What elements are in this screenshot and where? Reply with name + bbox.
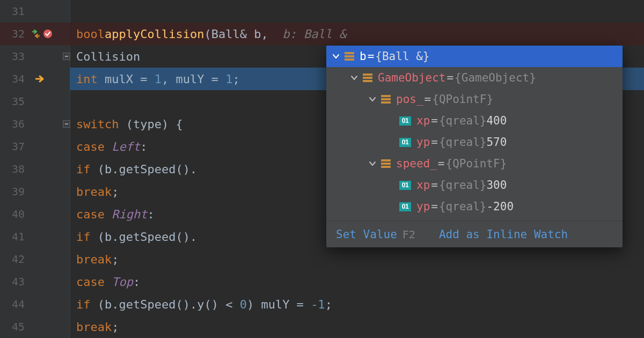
struct-icon	[381, 95, 391, 104]
variable-type: {qreal}	[439, 179, 487, 192]
line-number: 35	[4, 95, 25, 108]
struct-icon	[345, 52, 354, 61]
recursive-call-icon	[31, 30, 41, 38]
code-content[interactable]: break;	[70, 315, 644, 338]
line-number: 34	[4, 72, 25, 85]
add-inline-watch-action[interactable]: Add as Inline Watch	[439, 228, 568, 241]
debug-tree-row[interactable]: 01xp = {qreal} 400	[326, 110, 623, 131]
variable-value: {QPointF}	[432, 93, 493, 106]
line-number: 45	[4, 320, 25, 333]
code-line[interactable]: 31	[0, 0, 644, 23]
variable-name: GameObject	[378, 71, 445, 84]
variable-name: xp	[416, 114, 430, 127]
variable-value: 570	[486, 136, 507, 149]
code-line-breakpoint[interactable]: 32 bool applyCollision(Ball& b, b: Ball …	[0, 23, 644, 45]
fold-handle-icon[interactable]	[63, 120, 70, 128]
variable-name: yp	[416, 200, 430, 213]
gutter[interactable]: 45	[0, 315, 70, 338]
debug-tree-row[interactable]: pos_ = {QPointF}	[326, 89, 623, 110]
gutter[interactable]: 38	[0, 158, 70, 180]
gutter[interactable]: 42	[0, 248, 70, 270]
debug-tree-row[interactable]: speed_ = {QPointF}	[326, 153, 623, 174]
gutter[interactable]: 34	[0, 68, 70, 90]
gutter[interactable]: 41	[0, 225, 70, 248]
chevron-down-icon[interactable]	[368, 95, 377, 104]
inlay-hint: b: Ball &	[268, 27, 347, 41]
primitive-icon: 01	[399, 181, 411, 190]
line-number: 31	[4, 5, 25, 18]
line-number: 41	[4, 230, 25, 243]
variable-value: 400	[486, 114, 507, 127]
line-number: 37	[4, 140, 25, 153]
debug-tree-row[interactable]: 01yp = {qreal} 570	[326, 131, 623, 153]
code-line[interactable]: 45 break;	[0, 315, 644, 338]
gutter[interactable]: 36	[0, 113, 70, 135]
variable-name: speed_	[396, 157, 437, 170]
gutter[interactable]: 40	[0, 203, 70, 225]
chevron-down-icon[interactable]	[350, 74, 358, 82]
line-number: 42	[4, 253, 25, 266]
struct-icon	[363, 74, 372, 82]
primitive-icon: 01	[399, 116, 411, 126]
variable-value: {GameObject}	[455, 71, 536, 84]
line-number: 33	[4, 50, 25, 63]
chevron-down-icon	[386, 181, 395, 189]
primitive-icon: 01	[399, 138, 411, 147]
gutter[interactable]: 37	[0, 135, 70, 158]
gutter[interactable]: 31	[0, 0, 70, 23]
line-number: 39	[4, 185, 25, 198]
popup-footer: Set Value F2 Add as Inline Watch	[326, 221, 623, 247]
code-content[interactable]: if (b.getSpeed().y() < 0) mulY = -1;	[70, 293, 644, 315]
variable-name: pos_	[396, 93, 423, 106]
debug-tree-row[interactable]: b = {Ball &}	[326, 46, 623, 67]
gutter[interactable]: 39	[0, 180, 70, 203]
variable-type: {qreal}	[439, 200, 487, 213]
variable-value: {Ball &}	[375, 50, 429, 63]
variable-name: b	[360, 50, 367, 63]
struct-icon	[381, 159, 391, 168]
variable-value: -200	[486, 200, 514, 213]
variable-type: {qreal}	[439, 136, 487, 149]
line-number: 32	[4, 27, 25, 40]
gutter[interactable]: 33	[0, 45, 70, 68]
chevron-down-icon	[386, 116, 395, 125]
code-line[interactable]: 43 case Top:	[0, 270, 644, 293]
debug-tree-row[interactable]: 01xp = {qreal} 300	[326, 174, 623, 196]
primitive-icon: 01	[399, 202, 411, 211]
line-number: 43	[4, 275, 25, 288]
code-line[interactable]: 44 if (b.getSpeed().y() < 0) mulY = -1;	[0, 293, 644, 315]
fold-handle-icon[interactable]	[63, 53, 70, 60]
breakpoint-icon[interactable]	[43, 29, 53, 39]
debug-tree-row[interactable]: GameObject = {GameObject}	[326, 67, 623, 89]
set-value-shortcut: F2	[402, 228, 415, 241]
chevron-down-icon[interactable]	[332, 52, 340, 61]
line-number: 38	[4, 163, 25, 175]
code-content[interactable]: case Top:	[70, 270, 644, 293]
line-number: 40	[4, 208, 25, 221]
gutter[interactable]: 44	[0, 293, 70, 315]
chevron-down-icon	[386, 138, 395, 146]
execution-point-icon	[34, 75, 46, 83]
gutter[interactable]: 35	[0, 90, 70, 113]
chevron-down-icon	[386, 202, 395, 211]
line-number: 44	[4, 298, 25, 311]
chevron-down-icon[interactable]	[368, 159, 377, 168]
svg-point-0	[43, 30, 52, 38]
variable-value: 300	[486, 179, 507, 192]
variable-name: yp	[416, 136, 430, 149]
debug-tree-row[interactable]: 01yp = {qreal} -200	[326, 196, 623, 217]
code-content[interactable]: break;	[70, 248, 644, 270]
code-line[interactable]: 42 break;	[0, 248, 644, 270]
gutter[interactable]: 32	[0, 23, 70, 45]
variable-name: xp	[416, 179, 430, 192]
variable-type: {qreal}	[439, 114, 487, 127]
variable-value: {QPointF}	[446, 157, 507, 170]
debug-value-popup[interactable]: b = {Ball &}GameObject = {GameObject}pos…	[326, 46, 623, 247]
set-value-action[interactable]: Set Value	[336, 228, 397, 241]
line-number: 36	[4, 117, 25, 130]
gutter[interactable]: 43	[0, 270, 70, 293]
code-content[interactable]: bool applyCollision(Ball& b, b: Ball &	[70, 23, 644, 45]
